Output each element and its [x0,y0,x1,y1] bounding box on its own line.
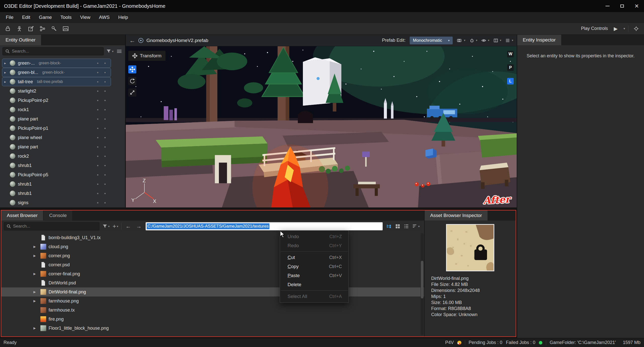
entity-visibility-dots[interactable] [97,63,109,64]
expand-caret-icon[interactable]: ▸ [4,61,10,65]
entity-row[interactable]: ▸ shrub1 [2,189,111,198]
expand-caret-icon[interactable]: ▸ [4,80,10,84]
camera-mode-button[interactable]: W [507,51,514,57]
entity-row[interactable]: ▸ plane wheel [2,133,111,142]
camera-mode-button[interactable]: P [507,64,514,71]
entity-row[interactable]: ▸ PickupPoint-p2 [2,96,111,105]
entity-row[interactable]: ▸ PickupPoint-p5 [2,170,111,179]
view-options-icon[interactable]: ▾ [505,38,513,43]
entity-row[interactable]: ▸ signs [2,198,111,207]
entity-row[interactable]: ▸ green-bl... green-block- [2,68,111,77]
expand-caret-icon[interactable]: ▸ [4,70,10,74]
terrain-icon[interactable] [61,24,70,33]
viewport-3d-scene[interactable]: Transform W P [126,46,517,207]
navigate-forward-icon[interactable]: → [135,223,143,230]
tree-view-icon[interactable] [386,224,392,229]
asset-file-row[interactable]: ▶ corner-final.png [1,269,424,278]
play-button[interactable]: ▶ [611,24,620,33]
expand-caret-icon[interactable]: ▶ [33,272,38,276]
entity-visibility-dots[interactable] [97,109,109,110]
menu-item[interactable]: Edit [18,12,35,22]
entity-visibility-dots[interactable] [97,81,109,82]
asset-file-row[interactable]: ▶ cloud.png [1,242,424,251]
menu-item[interactable]: Game [34,12,56,22]
entity-visibility-dots[interactable] [97,100,109,101]
close-button[interactable]: × [629,0,644,12]
asset-file-row[interactable]: ▶ corner.psd [1,260,424,269]
file-list-scrollbar[interactable] [421,233,424,335]
thumbnail-view-icon[interactable] [395,224,400,229]
entity-visibility-dots[interactable] [97,118,109,120]
asset-file-row[interactable]: ▶ DirtWorld.psd [1,278,424,287]
entity-visibility-dots[interactable] [97,156,109,157]
transform-button[interactable]: Transform [128,51,166,61]
entity-row[interactable]: ▸ PickupPoint-p1 [2,124,111,133]
wrench-icon[interactable] [49,24,59,33]
back-arrow-icon[interactable]: ← [129,37,135,44]
asset-file-row[interactable]: ▶ corner.png [1,251,424,260]
expand-caret-icon[interactable]: ▶ [33,290,38,294]
add-asset-icon[interactable]: +▾ [113,223,118,230]
expand-caret-icon[interactable]: ▶ [33,299,38,303]
asset-file-row[interactable]: ▶ DirtWorld-final.png [1,287,424,296]
asset-file-row[interactable]: ▶ bomb-building3_U1_V1.tx [1,233,424,242]
entity-visibility-dots[interactable] [97,128,109,129]
asset-file-row[interactable]: ▶ farmhouse.png [1,296,424,306]
entity-visibility-dots[interactable] [97,202,109,203]
context-menu-item[interactable]: Paste Ctrl+V [280,271,348,280]
prefab-edit-dropdown[interactable]: Monochromatic ▾ [410,36,453,45]
character-icon[interactable] [15,24,24,33]
expand-caret-icon[interactable]: ▶ [33,254,38,257]
entity-row[interactable]: ▸ shrub1 [2,161,111,170]
entity-visibility-dots[interactable] [97,193,109,194]
camera-mode-button[interactable]: L [507,78,514,84]
entity-visibility-dots[interactable] [97,165,109,166]
entity-row[interactable]: ▸ plane part [2,114,111,123]
menu-item[interactable]: Tools [56,12,76,22]
eye-icon[interactable]: ▾ [481,38,489,43]
entity-row[interactable]: ▸ plane part [2,142,111,151]
edit-icon[interactable] [26,24,36,33]
entity-row[interactable]: ▸ shrub1 [2,180,111,189]
expand-caret-icon[interactable]: ▶ [33,245,38,248]
path-input[interactable]: C:/GameJam2021/JOSHUAS-ASSETS/GameJam202… [146,222,383,230]
bottom-dock-tab[interactable]: Console [44,210,72,221]
entity-row[interactable]: ▸ starlight2 [2,86,111,96]
filter-icon[interactable]: ▾ [102,224,110,229]
menu-item[interactable]: File [2,12,18,22]
scale-tool-icon[interactable] [128,89,136,97]
node-graph-icon[interactable] [38,24,47,33]
context-menu-item[interactable]: Delete [280,280,348,289]
menu-item[interactable]: View [76,12,95,22]
asset-file-row[interactable]: ▶ farmhouse.tx [1,306,424,315]
rotate-tool-icon[interactable] [128,77,136,85]
context-menu-item[interactable]: Undo Ctrl+Z [280,232,348,241]
entity-visibility-dots[interactable] [97,184,109,185]
list-view-icon[interactable] [404,224,409,229]
tab-entity-inspector[interactable]: Entity Inspector [517,35,561,45]
menu-item[interactable]: AWS [95,12,114,22]
entity-row[interactable]: ▸ tall-tree tall-tree.prefab [2,77,111,86]
context-menu-item[interactable]: Cut Ctrl+X [280,253,348,262]
entity-visibility-dots[interactable] [97,137,109,138]
entity-visibility-dots[interactable] [97,91,109,92]
asset-file-row[interactable]: ▶ Floor1_little_block_house.png [1,324,424,333]
play-options-caret-icon[interactable]: ▾ [623,27,625,30]
split-view-icon[interactable]: ▾ [493,38,501,43]
maximize-button[interactable] [615,0,629,12]
minimize-button[interactable] [600,0,615,12]
navigate-back-icon[interactable]: ← [125,223,132,230]
settings-gear-icon[interactable] [631,24,641,33]
asset-file-row[interactable]: ▶ fire.png [1,315,424,324]
entity-visibility-dots[interactable] [97,146,109,148]
lock-icon[interactable] [3,24,13,33]
filter-icon[interactable]: ▾ [106,49,113,54]
entity-row[interactable]: ▸ rock2 [2,152,111,161]
bug-icon[interactable]: ▾ [469,38,477,43]
tab-entity-outliner[interactable]: Entity Outliner [0,35,41,45]
entity-row[interactable]: ▸ green-... green-block- [2,59,111,68]
entity-row[interactable]: ▸ rock1 [2,105,111,114]
context-menu-item[interactable]: Select All Ctrl+A [280,292,348,301]
sort-options-icon[interactable]: ▾ [412,224,420,229]
bottom-dock-tab[interactable]: Asset Browser [1,210,43,221]
